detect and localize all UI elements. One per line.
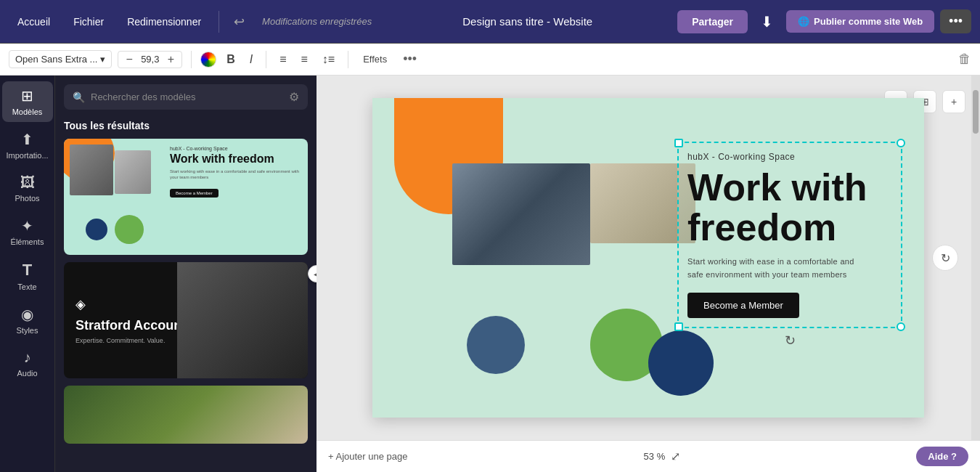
toolbar-divider-3	[348, 51, 348, 68]
font-dropdown-icon: ▾	[100, 54, 105, 65]
modeles-icon: ⊞	[21, 87, 33, 105]
sidebar-item-label-modeles: Modèles	[12, 107, 43, 116]
bold-button[interactable]: B	[222, 50, 240, 69]
publish-icon: 🌐	[798, 16, 809, 27]
audio-icon: ♪	[24, 349, 31, 366]
font-name: Open Sans Extra ...	[15, 54, 97, 65]
template-grid: hubX - Co-working Space Work with freedo…	[64, 139, 308, 444]
canvas-selected-text-block[interactable]: hubX - Co-working Space Work with freedo…	[677, 142, 902, 328]
canvas-photo-1	[452, 163, 590, 265]
font-size-control: − 59,3 +	[118, 51, 182, 68]
design-canvas[interactable]: hubX - Co-working Space Work with freedo…	[372, 98, 924, 418]
toolbar2-more-button[interactable]: •••	[399, 49, 421, 70]
font-size-increase[interactable]: +	[165, 53, 177, 66]
sidebar-item-audio[interactable]: ♪ Audio	[2, 343, 53, 383]
sidebar-item-texte[interactable]: T Texte	[2, 255, 53, 297]
sidebar-item-label-texte: Texte	[17, 282, 36, 291]
sidebar-item-photos[interactable]: 🖼 Photos	[2, 168, 53, 208]
sidebar-item-modeles[interactable]: ⊞ Modèles	[2, 81, 53, 122]
search-bar: 🔍 ⚙	[64, 84, 308, 110]
sidebar-item-elements[interactable]: ✦ Éléments	[2, 211, 53, 252]
canvas-description: Start working with ease in a comfortable…	[687, 256, 862, 281]
coworking-title: Work with freedom	[170, 152, 301, 166]
template-plants[interactable]	[64, 386, 308, 444]
accueil-button[interactable]: Accueil	[9, 12, 59, 32]
importation-icon: ⬆	[21, 131, 33, 148]
publish-button[interactable]: 🌐 Publier comme site Web	[786, 10, 934, 33]
canvas-area: ⧉ ⊞ + ↻	[317, 76, 980, 472]
scrollbar-thumb[interactable]	[973, 90, 979, 134]
search-input[interactable]	[91, 91, 283, 102]
delete-button[interactable]: 🗑	[958, 52, 971, 67]
section-title: Tous les résultats	[64, 120, 308, 131]
saved-status: Modifications enregistrées	[262, 16, 372, 27]
align-left-button[interactable]: ≡	[275, 50, 290, 69]
resize-handle-bl[interactable]	[674, 322, 683, 331]
add-page-button[interactable]: + Ajouter une page	[328, 451, 408, 462]
font-size-value: 59,3	[139, 54, 162, 65]
sidebar-item-importation[interactable]: ⬆ Importatio...	[2, 125, 53, 166]
canvas-blue-circle	[467, 316, 525, 374]
canvas-wrapper: ⧉ ⊞ + ↻	[317, 76, 980, 440]
italic-button[interactable]: I	[245, 50, 257, 69]
document-title: Design sans titre - Website	[383, 15, 671, 28]
sidebar-item-label-audio: Audio	[17, 369, 37, 378]
publish-label: Publier comme site Web	[814, 16, 923, 27]
texte-icon: T	[23, 261, 32, 280]
top-navigation-bar: Accueil Fichier Redimensionner ↩ Modific…	[0, 0, 980, 44]
coworking-text-content: hubX - Co-working Space Work with freedo…	[170, 146, 301, 198]
resize-handle-tr[interactable]	[897, 139, 905, 147]
sidebar-item-styles[interactable]: ◉ Styles	[2, 300, 53, 341]
sidebar-item-label-importation: Importatio...	[6, 151, 48, 160]
blue-circle-decoration	[86, 219, 107, 240]
filter-button[interactable]: ⚙	[289, 90, 299, 104]
font-color-picker[interactable]	[200, 52, 216, 68]
resize-handle-br[interactable]	[897, 322, 905, 331]
resize-handle-tl[interactable]	[674, 139, 683, 147]
zoom-controls: 53 % ⤢	[644, 449, 681, 463]
download-button[interactable]: ⬇	[754, 9, 780, 35]
share-button[interactable]: Partager	[677, 10, 748, 33]
canvas-main-title: Work with freedom	[687, 168, 892, 247]
photos-icon: 🖼	[20, 174, 35, 191]
canvas-bottom-rotate-icon[interactable]: ↻	[785, 333, 796, 349]
coworking-description: Start working with ease in a comfortable…	[170, 168, 301, 181]
toolbar-divider-1	[191, 51, 192, 68]
coworking-photo-1	[70, 145, 113, 195]
redimensionner-button[interactable]: Redimensionner	[118, 12, 210, 32]
line-spacing-button[interactable]: ↕≡	[318, 50, 339, 69]
coworking-cta: Become a Member	[170, 189, 219, 198]
sidebar-item-label-styles: Styles	[17, 326, 38, 335]
align-center-button[interactable]: ≡	[297, 50, 312, 69]
canvas-cta-button[interactable]: Become a Member	[687, 293, 799, 318]
green-circle-decoration	[115, 215, 144, 244]
divider-1	[219, 11, 219, 33]
sidebar-item-label-photos: Photos	[15, 194, 39, 203]
toolbar-divider-2	[266, 51, 266, 68]
elements-icon: ✦	[21, 217, 33, 235]
bottom-bar: + Ajouter une page 53 % ⤢ Aide ?	[317, 440, 980, 472]
undo-button[interactable]: ↩	[228, 11, 250, 33]
zoom-percentage: 53 %	[644, 451, 666, 462]
font-size-decrease[interactable]: −	[123, 53, 135, 66]
fichier-button[interactable]: Fichier	[65, 12, 113, 32]
coworking-photo-2	[115, 150, 151, 194]
canvas-rotate-button[interactable]: ↻	[932, 245, 958, 271]
topbar-more-button[interactable]: •••	[940, 9, 971, 33]
sidebar-item-label-elements: Éléments	[11, 237, 44, 246]
collapse-panel-button[interactable]: ◀	[308, 265, 317, 282]
font-selector[interactable]: Open Sans Extra ... ▾	[9, 50, 112, 68]
format-toolbar: Open Sans Extra ... ▾ − 59,3 + B I ≡ ≡ ↕…	[0, 44, 980, 76]
zoom-expand-button[interactable]: ⤢	[671, 449, 680, 463]
canvas-add-button[interactable]: +	[942, 90, 965, 113]
template-coworking[interactable]: hubX - Co-working Space Work with freedo…	[64, 139, 308, 255]
template-stratford[interactable]: ◈ Stratford Accounting Expertise. Commit…	[64, 262, 308, 378]
effets-button[interactable]: Effets	[357, 51, 393, 68]
right-scrollbar[interactable]	[971, 76, 980, 440]
templates-panel: 🔍 ⚙ Tous les résultats hubX - Co-working…	[55, 76, 317, 472]
main-area: ⊞ Modèles ⬆ Importatio... 🖼 Photos ✦ Élé…	[0, 76, 980, 472]
styles-icon: ◉	[21, 306, 33, 323]
coworking-images	[70, 145, 151, 195]
help-button[interactable]: Aide ?	[916, 447, 968, 466]
stratford-photo	[177, 262, 308, 378]
